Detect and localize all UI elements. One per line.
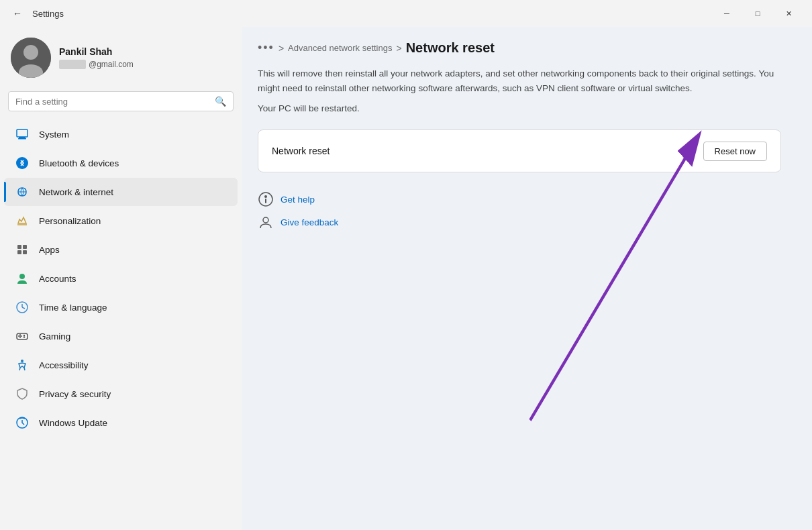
avatar	[11, 38, 51, 78]
svg-rect-5	[18, 138, 26, 140]
sidebar-item-personalization[interactable]: Personalization	[4, 207, 238, 235]
get-help-icon	[258, 191, 274, 207]
apps-icon	[15, 242, 30, 257]
give-feedback-icon	[258, 214, 274, 230]
sidebar-item-bluetooth-label: Bluetooth & devices	[39, 158, 119, 168]
badge-box	[59, 60, 86, 69]
titlebar-controls: ─ □ ✕	[711, 3, 804, 24]
titlebar-title: Settings	[32, 9, 64, 19]
sidebar-item-privacy-label: Privacy & security	[39, 389, 111, 399]
sidebar-item-accounts-label: Accounts	[39, 274, 77, 284]
accounts-icon	[15, 271, 30, 286]
sidebar-item-apps-label: Apps	[39, 245, 60, 255]
svg-rect-31	[265, 199, 266, 203]
svg-rect-12	[23, 250, 27, 254]
svg-rect-11	[17, 250, 21, 254]
description-text: This will remove then reinstall all your…	[258, 66, 795, 95]
time-icon	[15, 300, 30, 315]
gaming-icon	[15, 329, 30, 343]
svg-point-32	[263, 217, 268, 223]
sidebar-item-network[interactable]: Network & internet	[4, 178, 238, 206]
system-icon	[15, 127, 30, 142]
get-help-link[interactable]: Get help	[258, 191, 796, 207]
svg-line-26	[19, 368, 20, 370]
personalization-icon	[15, 213, 30, 228]
svg-point-24	[23, 336, 25, 337]
sidebar-item-network-label: Network & internet	[39, 187, 113, 197]
help-links: Get help Give feedback	[258, 191, 796, 230]
breadcrumb: ••• > Advanced network settings > Networ…	[242, 27, 812, 66]
sidebar-item-system[interactable]: System	[4, 120, 238, 148]
app-body: Pankil Shah @gmail.com 🔍 System	[0, 27, 812, 530]
sidebar-item-update-label: Windows Update	[39, 418, 107, 428]
sidebar-item-personalization-label: Personalization	[39, 216, 101, 226]
privacy-icon	[15, 386, 30, 401]
user-profile[interactable]: Pankil Shah @gmail.com	[0, 27, 242, 91]
content-body: This will remove then reinstall all your…	[242, 66, 812, 230]
user-info: Pankil Shah @gmail.com	[59, 46, 134, 69]
svg-point-21	[18, 335, 19, 337]
sidebar-item-system-label: System	[39, 129, 69, 140]
breadcrumb-sep-2: >	[396, 43, 401, 54]
minimize-button[interactable]: ─	[711, 3, 742, 24]
sidebar-item-update[interactable]: Windows Update	[4, 409, 238, 437]
user-email-badge: @gmail.com	[59, 60, 134, 69]
titlebar-nav: ← Settings	[8, 4, 64, 23]
accessibility-icon	[15, 358, 30, 372]
get-help-label: Get help	[281, 195, 315, 205]
svg-point-22	[21, 335, 22, 337]
give-feedback-link[interactable]: Give feedback	[258, 214, 796, 230]
sidebar-item-privacy[interactable]: Privacy & security	[4, 380, 238, 408]
reset-now-button[interactable]: Reset now	[703, 142, 767, 161]
svg-line-27	[24, 368, 25, 370]
svg-rect-3	[17, 129, 28, 137]
user-name: Pankil Shah	[59, 46, 134, 57]
svg-line-16	[22, 307, 25, 309]
breadcrumb-dots: •••	[258, 41, 274, 55]
restart-note: Your PC will be restarted.	[258, 103, 796, 113]
network-icon	[15, 184, 30, 199]
sidebar-item-time[interactable]: Time & language	[4, 293, 238, 321]
breadcrumb-current: Network reset	[406, 40, 495, 56]
back-button[interactable]: ←	[8, 4, 27, 23]
svg-point-6	[16, 157, 28, 169]
svg-point-30	[264, 195, 267, 198]
svg-point-25	[21, 360, 23, 362]
sidebar-item-time-label: Time & language	[39, 303, 107, 313]
update-icon	[15, 415, 30, 430]
sidebar-item-accounts[interactable]: Accounts	[4, 264, 238, 293]
sidebar-item-gaming[interactable]: Gaming	[4, 322, 238, 350]
sidebar-item-gaming-label: Gaming	[39, 331, 70, 341]
svg-point-20	[19, 337, 21, 338]
svg-point-19	[19, 334, 21, 335]
sidebar-item-apps[interactable]: Apps	[4, 235, 238, 264]
bluetooth-icon	[15, 156, 30, 170]
svg-point-13	[19, 274, 25, 279]
maximize-button[interactable]: □	[742, 3, 773, 24]
give-feedback-label: Give feedback	[281, 217, 338, 227]
svg-point-23	[23, 335, 25, 336]
breadcrumb-link[interactable]: Advanced network settings	[288, 43, 392, 53]
sidebar-item-accessibility-label: Accessibility	[39, 360, 89, 370]
svg-point-1	[23, 45, 38, 60]
search-box: 🔍	[8, 91, 234, 111]
svg-rect-4	[19, 137, 26, 138]
content-area: ••• > Advanced network settings > Networ…	[242, 27, 812, 530]
svg-rect-9	[17, 245, 21, 249]
sidebar-item-bluetooth[interactable]: Bluetooth & devices	[4, 149, 238, 177]
search-input[interactable]	[15, 97, 209, 107]
breadcrumb-sep-1: >	[278, 43, 284, 54]
reset-card-label: Network reset	[272, 146, 329, 156]
sidebar-item-accessibility[interactable]: Accessibility	[4, 351, 238, 379]
search-container: 🔍	[0, 91, 242, 119]
user-email: @gmail.com	[89, 60, 134, 69]
avatar-image	[11, 38, 51, 78]
reset-card: Network reset Reset now	[258, 129, 781, 172]
titlebar: ← Settings ─ □ ✕	[0, 0, 812, 27]
close-button[interactable]: ✕	[773, 3, 804, 24]
search-icon: 🔍	[215, 96, 226, 107]
svg-rect-10	[23, 245, 27, 249]
sidebar-nav: System Bluetooth & devices Network & int…	[0, 120, 242, 437]
sidebar: Pankil Shah @gmail.com 🔍 System	[0, 27, 242, 530]
